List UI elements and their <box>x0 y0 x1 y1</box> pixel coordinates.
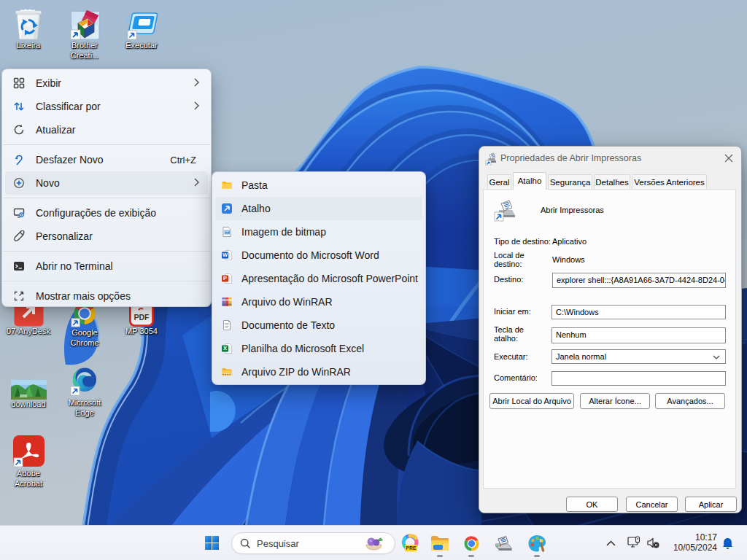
svg-text:PDF: PDF <box>134 313 150 322</box>
svg-text:PRE: PRE <box>406 545 417 551</box>
svg-text:X: X <box>223 345 227 351</box>
svg-text:P: P <box>223 275 227 281</box>
svg-text:W: W <box>222 252 228 258</box>
